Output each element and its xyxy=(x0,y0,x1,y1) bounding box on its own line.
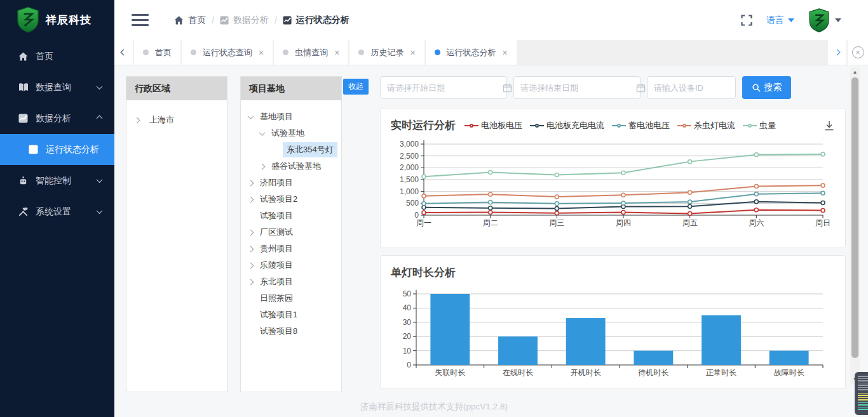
end-date-field[interactable] xyxy=(520,83,632,93)
chevron-right-icon[interactable] xyxy=(248,197,257,202)
sidebar-item-data-query[interactable]: 数据查询 xyxy=(0,72,114,103)
tab-running-status-analysis[interactable]: 运行状态分析 × xyxy=(426,40,517,65)
sidebar-item-data-analysis[interactable]: 数据分析 xyxy=(0,103,114,134)
tree-node[interactable]: 试验项目8 xyxy=(241,323,341,340)
legend-item[interactable]: 杀虫灯电流 xyxy=(677,120,735,131)
chevron-right-icon[interactable] xyxy=(248,280,257,284)
download-icon[interactable] xyxy=(824,120,835,131)
svg-text:周一: 周一 xyxy=(416,218,431,227)
calendar-icon xyxy=(636,83,646,93)
language-label: 语言 xyxy=(766,15,784,26)
close-icon[interactable]: × xyxy=(259,48,264,57)
collapse-panel-button[interactable]: 收起 xyxy=(343,79,369,95)
chart-icon xyxy=(28,144,39,155)
language-dropdown[interactable]: 语言 xyxy=(766,15,794,26)
brand-shield-logo xyxy=(17,6,39,33)
tree-node-label: 试验项目2 xyxy=(260,194,297,205)
tab-dot-icon xyxy=(283,50,288,55)
start-date-input[interactable] xyxy=(380,76,507,99)
tab-running-status-query[interactable]: 运行状态查询 × xyxy=(182,40,273,65)
sidebar-item-running-status-analysis[interactable]: 运行状态分析 xyxy=(0,134,114,165)
tabs-scroll-left-button[interactable] xyxy=(114,40,133,65)
tree-node[interactable]: 贵州项目 xyxy=(241,241,341,257)
legend-label: 蓄电池电压 xyxy=(628,120,670,131)
tree-node[interactable]: 试验项目1 xyxy=(241,307,341,323)
header-actions: 语言 xyxy=(741,8,841,32)
chevron-right-icon[interactable] xyxy=(135,118,144,122)
tree-node[interactable]: 基地项目 xyxy=(241,109,341,125)
chevron-down-icon[interactable] xyxy=(248,115,257,119)
device-id-input[interactable] xyxy=(647,76,736,99)
legend-marker-icon xyxy=(465,124,478,128)
tab-insect-query[interactable]: 虫情查询 × xyxy=(274,40,348,65)
tab-history[interactable]: 历史记录 × xyxy=(349,40,424,65)
tab-label: 虫情查询 xyxy=(295,47,328,58)
close-all-tabs-button[interactable]: × xyxy=(848,40,868,65)
svg-text:正常时长: 正常时长 xyxy=(706,368,736,377)
sidebar-item-system-settings[interactable]: 系统设置 xyxy=(0,196,114,227)
breadcrumb-data-analysis[interactable]: 数据分析 xyxy=(220,15,269,26)
svg-text:40: 40 xyxy=(403,303,412,312)
breadcrumb-home[interactable]: 首页 xyxy=(174,15,206,26)
tree-node[interactable]: 试验基地 xyxy=(241,125,341,142)
search-button[interactable]: 搜索 xyxy=(742,76,791,99)
svg-text:2,000: 2,000 xyxy=(400,163,419,172)
chevron-down-icon[interactable] xyxy=(260,131,269,136)
user-avatar-dropdown[interactable] xyxy=(808,8,841,32)
legend-item[interactable]: 蓄电池电压 xyxy=(612,120,670,131)
scroll-up-arrow[interactable]: ▲ xyxy=(850,67,860,76)
tree-node[interactable]: 东北354号灯 xyxy=(241,142,341,158)
chevron-down-icon xyxy=(97,176,103,183)
legend-item[interactable]: 虫量 xyxy=(743,120,776,131)
breadcrumb-label: 数据分析 xyxy=(233,15,269,26)
chevron-right-icon[interactable] xyxy=(248,247,257,251)
tree-node[interactable]: 试验项目2 xyxy=(241,191,341,208)
book-icon xyxy=(18,82,29,93)
tree-node[interactable]: 日照茶园 xyxy=(241,290,341,307)
svg-text:3,000: 3,000 xyxy=(400,140,419,149)
close-icon[interactable]: × xyxy=(503,48,508,57)
legend-item[interactable]: 电池板充电电流 xyxy=(530,120,604,131)
tree-node-label: 试验项目8 xyxy=(260,326,297,337)
tab-dot-icon xyxy=(143,50,149,55)
vertical-scrollbar[interactable]: ▲ ▼ xyxy=(850,67,860,385)
brand-area[interactable]: 祥辰科技 xyxy=(0,0,114,39)
chevron-right-icon[interactable] xyxy=(248,181,257,185)
svg-text:失联时长: 失联时长 xyxy=(435,368,465,377)
floating-console-button[interactable] xyxy=(855,372,868,415)
hamburger-menu-icon[interactable] xyxy=(132,14,149,26)
chevron-right-icon[interactable] xyxy=(248,263,257,268)
svg-text:故障时长: 故障时长 xyxy=(774,368,804,377)
tree-node[interactable]: 厂区测试 xyxy=(241,224,341,241)
tree-node[interactable]: 盛谷试验基地 xyxy=(241,158,341,175)
start-date-field[interactable] xyxy=(387,83,499,93)
tree-node[interactable]: 乐陵项目 xyxy=(241,257,341,274)
svg-text:在线时长: 在线时长 xyxy=(503,368,533,377)
chevron-right-icon[interactable] xyxy=(248,230,257,235)
search-button-label: 搜索 xyxy=(764,82,782,93)
svg-text:开机时长: 开机时长 xyxy=(571,368,601,377)
chevron-down-icon xyxy=(97,83,103,89)
sidebar-item-home[interactable]: 首页 xyxy=(0,41,114,72)
scrollbar-thumb[interactable] xyxy=(851,77,858,358)
close-icon[interactable]: × xyxy=(334,48,339,57)
fullscreen-icon[interactable] xyxy=(741,15,752,26)
tab-dot-icon xyxy=(191,50,196,55)
stripe-decoration xyxy=(858,376,868,391)
svg-text:10: 10 xyxy=(403,347,412,355)
tabs-scroll-right-button[interactable] xyxy=(828,40,846,65)
chevron-right-icon[interactable] xyxy=(260,164,269,169)
tab-home[interactable]: 首页 xyxy=(134,40,180,65)
region-panel: 行政区域 上海市 xyxy=(126,76,227,392)
tree-node[interactable]: 济阳项目 xyxy=(241,175,341,191)
tree-node[interactable]: 试验项目 xyxy=(241,208,341,224)
tree-node[interactable]: 东北项目 xyxy=(241,274,341,290)
lamp-duration-bar-chart: 01020304050失联时长在线时长开机时长待机时长正常时长故障时长 xyxy=(386,286,845,381)
legend-item[interactable]: 电池板电压 xyxy=(465,120,522,131)
close-icon[interactable]: × xyxy=(410,48,415,57)
tree-node-shanghai[interactable]: 上海市 xyxy=(135,114,227,126)
svg-text:周三: 周三 xyxy=(549,218,564,227)
sidebar-item-intelligent-control[interactable]: 智能控制 xyxy=(0,165,114,196)
tab-label: 首页 xyxy=(155,47,172,58)
end-date-input[interactable] xyxy=(513,76,641,99)
